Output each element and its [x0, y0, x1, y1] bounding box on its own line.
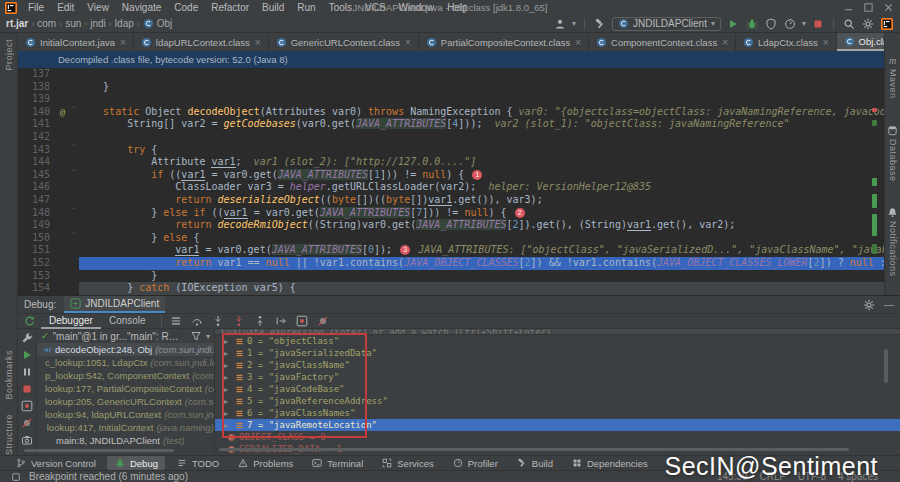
- tool-button-notifications[interactable]: Notifications: [887, 207, 898, 277]
- breadcrumb-item[interactable]: com: [37, 18, 56, 29]
- variable-row[interactable]: ▸5 = "javaReferenceAddress": [215, 395, 900, 407]
- frames-scrollbar[interactable]: [24, 449, 174, 452]
- tool-window-button-dependencies[interactable]: Dependencies: [564, 456, 655, 470]
- editor-tab[interactable]: ldapURLContext.class×: [134, 33, 269, 51]
- menu-refactor[interactable]: Refactor: [205, 0, 255, 15]
- tool-window-button-profiler[interactable]: Profiler: [445, 456, 505, 470]
- view-breakpoints-icon[interactable]: [295, 314, 310, 328]
- menu-build[interactable]: Build: [256, 0, 290, 15]
- menu-run[interactable]: Run: [291, 0, 321, 15]
- stack-frame-row[interactable]: p_lookup:542, ComponentContext (com.sun.…: [37, 369, 214, 382]
- editor-tab[interactable]: InitialContext.java×: [18, 33, 134, 51]
- menu-view[interactable]: View: [81, 0, 115, 15]
- expand-chevron-icon[interactable]: ▸: [224, 421, 232, 430]
- expand-chevron-icon[interactable]: ▸: [224, 409, 232, 418]
- hide-panel-icon[interactable]: —: [884, 299, 894, 310]
- tool-window-button-services[interactable]: Services: [374, 456, 440, 470]
- tab-close-icon[interactable]: ×: [575, 37, 581, 48]
- ide-update-icon[interactable]: [880, 17, 894, 31]
- debug-button[interactable]: [745, 17, 759, 31]
- window-minimize-button[interactable]: [840, 1, 856, 14]
- expand-chevron-icon[interactable]: ▸: [224, 361, 232, 370]
- tool-window-button-todo[interactable]: TODO: [169, 456, 226, 470]
- editor-tab[interactable]: ComponentContext.class×: [589, 33, 736, 51]
- step-into-icon[interactable]: [211, 314, 226, 328]
- tool-window-button-build[interactable]: Build: [509, 456, 560, 470]
- menu-code[interactable]: Code: [168, 0, 204, 15]
- wrench-icon[interactable]: [20, 331, 35, 345]
- stack-frame-row[interactable]: main:8, JNDILDAPClient (test): [37, 434, 214, 447]
- stack-frame-row[interactable]: lookup:417, InitialContext (java.naming): [37, 421, 214, 434]
- stack-frame-row[interactable]: lookup:177, PartialCompositeContext (com…: [37, 382, 214, 395]
- mute-breakpoints-icon[interactable]: [20, 416, 35, 430]
- menu-vcs[interactable]: VCS: [359, 0, 392, 15]
- code-editor[interactable]: 137138 }139140@ˇ static Object decodeObj…: [18, 68, 884, 295]
- window-maximize-button[interactable]: [860, 1, 876, 14]
- variable-row[interactable]: ▸2 = "javaClassName": [215, 359, 900, 371]
- tool-button-structure[interactable]: Structure: [4, 414, 14, 455]
- tool-button-database[interactable]: Database: [887, 125, 898, 182]
- tab-close-icon[interactable]: ×: [405, 37, 411, 48]
- menu-navigate[interactable]: Navigate: [116, 0, 167, 15]
- tab-close-icon[interactable]: ×: [120, 37, 126, 48]
- stop-button[interactable]: [811, 17, 825, 31]
- tool-button-project[interactable]: Project: [4, 39, 14, 71]
- variables-vscrollbar[interactable]: [884, 349, 888, 383]
- stack-frame-row[interactable]: lookup:94, ldapURLContext (com.sun.jndi.…: [37, 408, 214, 421]
- breadcrumb-item[interactable]: ldap: [115, 18, 134, 29]
- run-config-selector[interactable]: JNDILDAPClient ▾: [612, 17, 721, 31]
- menu-window[interactable]: Window: [393, 0, 441, 15]
- step-over-icon[interactable]: [190, 314, 205, 328]
- breadcrumb-item[interactable]: sun: [65, 18, 81, 29]
- view-breakpoints-icon[interactable]: [20, 399, 35, 413]
- settings-gear-icon[interactable]: [861, 17, 875, 31]
- status-widget[interactable]: UTF-8: [798, 471, 826, 482]
- variable-row[interactable]: ▸6 = "javaClassNames": [215, 407, 900, 419]
- expand-chevron-icon[interactable]: ▸: [224, 349, 232, 358]
- run-to-cursor-icon[interactable]: [274, 314, 289, 328]
- rerun-icon[interactable]: [22, 314, 37, 328]
- force-step-into-icon[interactable]: [232, 314, 247, 328]
- stack-frame-row[interactable]: c_lookup:1051, LdapCtx (com.sun.jndi.lda…: [37, 356, 214, 369]
- filter-funnel-icon[interactable]: [189, 329, 202, 343]
- menu-icon[interactable]: [169, 314, 184, 328]
- breadcrumb-item[interactable]: Obj: [157, 18, 173, 29]
- mute-breakpoints-icon[interactable]: [316, 314, 331, 328]
- variables-scrollbar[interactable]: [219, 448, 849, 451]
- status-widget[interactable]: 4 spaces: [838, 471, 878, 482]
- stack-frame-row[interactable]: lookup:205, GenericURLContext (com.sun.j…: [37, 395, 214, 408]
- menu-file[interactable]: File: [22, 0, 50, 15]
- tool-window-button-problems[interactable]: Problems: [230, 456, 300, 470]
- editor-tab[interactable]: PartialCompositeContext.class×: [419, 33, 589, 51]
- expand-chevron-icon[interactable]: ▸: [224, 373, 232, 382]
- tool-window-button-terminal[interactable]: Terminal: [304, 456, 370, 470]
- debug-tab-console[interactable]: Console: [101, 313, 154, 329]
- status-widget[interactable]: 145:39: [717, 471, 748, 482]
- debug-session-tab[interactable]: JNDILDAPClient: [64, 296, 165, 313]
- expand-chevron-icon[interactable]: ▸: [224, 385, 232, 394]
- variable-row[interactable]: ▸0 = "objectClass": [215, 335, 900, 347]
- step-out-icon[interactable]: [253, 314, 268, 328]
- search-everywhere-icon[interactable]: [842, 17, 856, 31]
- editor-tab[interactable]: Obj.class×: [837, 33, 884, 51]
- editor-tab[interactable]: GenericURLContext.class×: [269, 33, 419, 51]
- menu-tools[interactable]: Tools: [323, 0, 358, 15]
- expand-chevron-icon[interactable]: ▸: [224, 337, 232, 346]
- profiler-button[interactable]: [783, 17, 797, 31]
- menu-help[interactable]: Help: [441, 0, 474, 15]
- breadcrumb-item[interactable]: jndi: [90, 18, 106, 29]
- debug-tab-debugger[interactable]: Debugger: [41, 313, 101, 329]
- pause-icon[interactable]: [20, 365, 35, 379]
- stop-icon[interactable]: [20, 382, 35, 396]
- menu-edit[interactable]: Edit: [51, 0, 80, 15]
- tool-button-bookmarks[interactable]: Bookmarks: [4, 350, 14, 400]
- tab-close-icon[interactable]: ×: [823, 37, 829, 48]
- tool-window-button-debug[interactable]: Debug: [107, 456, 165, 470]
- window-close-button[interactable]: [880, 1, 896, 14]
- user-icon[interactable]: [553, 17, 567, 31]
- tool-window-button-version-control[interactable]: Version Control: [8, 456, 103, 470]
- thread-selector[interactable]: ✓ "main"@1 in gr..."main": RUNNING ▾: [37, 329, 214, 343]
- debug-settings-gear-icon[interactable]: [862, 298, 876, 312]
- status-widget[interactable]: CRLF: [760, 471, 786, 482]
- stack-frame-row[interactable]: decodeObject:248, Obj (com.sun.jndi.ldap…: [37, 343, 214, 356]
